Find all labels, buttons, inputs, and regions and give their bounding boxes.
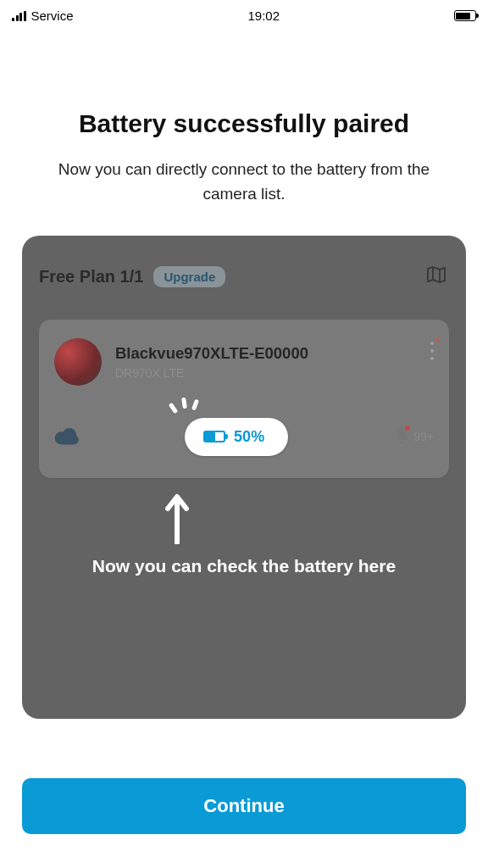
device-name: Blackvue970XLTE-E00000 xyxy=(115,344,308,363)
battery-percent-label: 50% xyxy=(234,428,264,446)
device-row: Blackvue970XLTE-E00000 DR970X LTE xyxy=(54,338,434,386)
map-icon[interactable] xyxy=(425,264,447,285)
plan-row: Free Plan 1/1 Upgrade xyxy=(39,266,449,287)
clock-label: 19:02 xyxy=(247,8,280,23)
status-bar-left: Service xyxy=(12,8,74,23)
device-model: DR970X LTE xyxy=(115,366,308,380)
notification-count: 99+ xyxy=(413,430,434,443)
pointer-arrow-icon xyxy=(164,490,190,544)
cloud-icon xyxy=(54,428,80,445)
battery-icon xyxy=(454,10,476,21)
notifications-button[interactable]: 99+ xyxy=(393,427,434,446)
upgrade-button[interactable]: Upgrade xyxy=(153,266,225,287)
kebab-notification-dot xyxy=(435,338,439,342)
tutorial-hint-text: Now you can check the battery here xyxy=(22,556,466,576)
continue-button[interactable]: Continue xyxy=(22,778,466,834)
signal-icon xyxy=(12,11,26,21)
device-card[interactable]: Blackvue970XLTE-E00000 DR970X LTE 50% xyxy=(39,320,449,478)
bell-icon xyxy=(393,427,410,446)
kebab-menu-icon[interactable] xyxy=(430,342,434,360)
battery-level-icon xyxy=(203,431,225,442)
device-thumbnail xyxy=(54,338,102,386)
tutorial-overlay: Free Plan 1/1 Upgrade Blackvue970XLTE-E0… xyxy=(22,236,466,719)
device-card-footer: 50% 99+ xyxy=(54,418,434,456)
page-title: Battery successfully paired xyxy=(0,109,488,138)
plan-label: Free Plan 1/1 xyxy=(39,267,143,287)
status-bar: Service 19:02 xyxy=(0,0,488,28)
carrier-label: Service xyxy=(31,8,74,23)
battery-status-pill[interactable]: 50% xyxy=(185,418,288,456)
page-subtitle: Now you can directly connect to the batt… xyxy=(0,157,488,207)
